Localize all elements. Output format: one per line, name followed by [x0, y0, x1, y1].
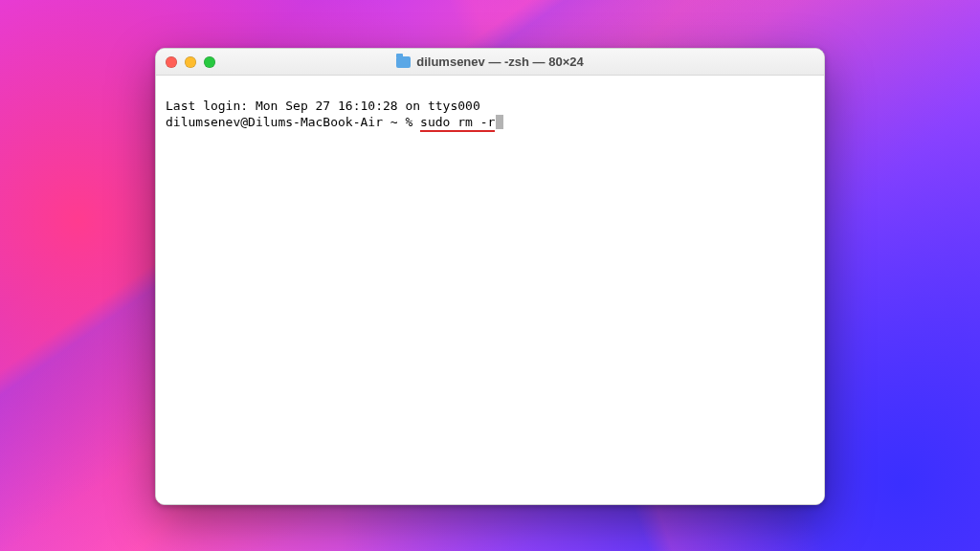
terminal-window: dilumsenev — -zsh — 80×24 Last login: Mo… [155, 48, 825, 505]
window-title: dilumsenev — -zsh — 80×24 [416, 55, 583, 69]
folder-icon [396, 56, 411, 68]
window-title-wrap: dilumsenev — -zsh — 80×24 [396, 55, 583, 69]
text-cursor [496, 115, 503, 129]
shell-prompt: dilumsenev@Dilums-MacBook-Air ~ % [166, 115, 420, 129]
minimize-button[interactable] [185, 56, 196, 68]
window-titlebar[interactable]: dilumsenev — -zsh — 80×24 [156, 49, 824, 76]
close-button[interactable] [166, 56, 177, 68]
terminal-body[interactable]: Last login: Mon Sep 27 16:10:28 on ttys0… [156, 76, 824, 504]
traffic-lights [166, 49, 215, 75]
typed-command: sudo rm -r [420, 115, 495, 132]
zoom-button[interactable] [204, 56, 215, 68]
last-login-line: Last login: Mon Sep 27 16:10:28 on ttys0… [166, 99, 480, 113]
desktop-wallpaper: dilumsenev — -zsh — 80×24 Last login: Mo… [0, 0, 980, 551]
